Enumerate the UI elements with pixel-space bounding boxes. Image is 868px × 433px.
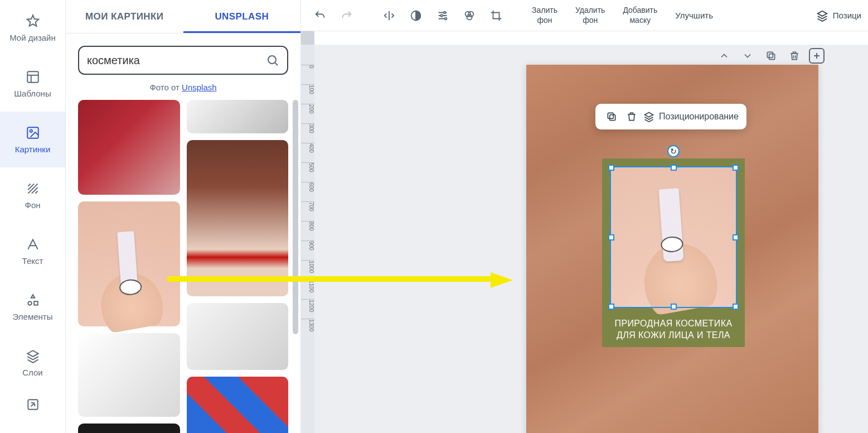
nav-elements[interactable]: Элементы [0, 279, 65, 335]
remove-bg-button[interactable]: Удалитьфон [568, 6, 613, 25]
resize-handle-t[interactable] [671, 165, 677, 171]
gallery-thumb[interactable] [78, 201, 180, 326]
canvas-area: Залитьфон Удалитьфон Добавитьмаску Улучш… [301, 0, 868, 433]
text-icon [26, 237, 40, 252]
nav-text[interactable]: Текст [0, 223, 65, 279]
svg-point-6 [268, 56, 276, 64]
search-wrap [66, 33, 300, 78]
resize-icon [26, 397, 40, 412]
trash-icon [789, 50, 800, 61]
ctx-delete-button[interactable] [623, 108, 640, 125]
add-mask-button[interactable]: Добавитьмаску [615, 6, 665, 25]
gallery-thumb[interactable] [187, 303, 289, 370]
resize-handle-r[interactable] [733, 234, 739, 240]
nav-templates[interactable]: Шаблоны [0, 56, 65, 112]
tab-unsplash[interactable]: UNSPLASH [183, 0, 301, 33]
svg-rect-15 [767, 52, 773, 57]
ruler-corner [301, 31, 314, 45]
svg-point-8 [444, 11, 446, 13]
unsplash-link[interactable]: Unsplash [182, 83, 217, 92]
colors-button[interactable] [457, 3, 482, 28]
colors-icon [463, 9, 476, 22]
nav-my-design[interactable]: Мой дизайн [0, 0, 65, 56]
nav-label: Картинки [15, 145, 51, 154]
svg-rect-1 [27, 127, 38, 138]
search-box[interactable] [78, 46, 288, 75]
nav-label: Слои [22, 368, 42, 377]
nav-label: Текст [22, 256, 43, 266]
delete-page-button[interactable] [785, 47, 803, 65]
gallery-thumb[interactable] [78, 100, 180, 195]
gallery-thumb[interactable] [78, 424, 180, 433]
ctx-positioning-button[interactable]: Позиционирование [643, 111, 739, 122]
gallery-thumb[interactable] [187, 377, 289, 433]
gallery-thumb[interactable] [187, 140, 289, 296]
svg-rect-14 [769, 54, 775, 60]
resize-handle-tl[interactable] [608, 165, 614, 171]
tab-my-images[interactable]: МОИ КАРТИНКИ [66, 0, 183, 33]
plus-icon [811, 50, 822, 61]
redo-button[interactable] [334, 3, 359, 28]
top-toolbar: Залитьфон Удалитьфон Добавитьмаску Улучш… [301, 0, 868, 31]
resize-handle-l[interactable] [608, 234, 614, 240]
add-page-button[interactable] [809, 48, 825, 64]
position-button[interactable]: Позици [816, 9, 861, 22]
crop-button[interactable] [484, 3, 508, 28]
artboard[interactable]: Позиционирование ПРИРОДНАЯ КОСМЕТИКА ДЛЯ… [526, 65, 818, 433]
search-icon [266, 54, 279, 67]
crop-icon [490, 9, 502, 22]
left-nav: Мой дизайн Шаблоны Картинки Фон Текст Эл… [0, 0, 66, 433]
layers-icon [643, 111, 654, 122]
undo-button[interactable] [308, 3, 332, 28]
gallery-thumb[interactable] [187, 100, 289, 133]
layers-icon [26, 349, 40, 363]
nav-label: Мой дизайн [9, 33, 56, 42]
rotate-handle[interactable]: ↻ [667, 145, 680, 157]
side-panel: МОИ КАРТИНКИ UNSPLASH Фото от Unsplash [66, 0, 301, 433]
sliders-icon [437, 9, 449, 22]
star-icon [26, 14, 40, 28]
page-up-button[interactable] [715, 47, 733, 65]
resize-handle-bl[interactable] [608, 304, 614, 310]
copy-icon [765, 50, 777, 61]
ruler-vertical: 0100200300400500600700800900100011001200… [301, 45, 314, 433]
image-icon [26, 126, 40, 140]
opacity-icon [410, 9, 422, 22]
stage[interactable]: Позиционирование ПРИРОДНАЯ КОСМЕТИКА ДЛЯ… [314, 45, 868, 433]
duplicate-page-button[interactable] [762, 47, 780, 65]
page-toolbar [715, 47, 825, 65]
redo-icon [341, 9, 353, 22]
nav-label: Элементы [13, 312, 53, 321]
fill-bg-button[interactable]: Залитьфон [524, 6, 565, 25]
template-icon [26, 70, 40, 84]
gallery-thumb[interactable] [78, 333, 180, 417]
flip-button[interactable] [377, 3, 401, 28]
search-input[interactable] [87, 54, 260, 67]
page-down-button[interactable] [739, 47, 757, 65]
nav-background[interactable]: Фон [0, 167, 65, 223]
svg-point-10 [445, 17, 447, 20]
svg-point-2 [30, 129, 32, 132]
flip-icon [383, 9, 395, 22]
texture-icon [26, 181, 40, 196]
resize-handle-br[interactable] [733, 304, 739, 310]
gallery-scroll[interactable] [66, 100, 300, 433]
nav-label: Фон [25, 200, 40, 210]
attribution: Фото от Unsplash [66, 78, 300, 100]
scrollbar-thumb[interactable] [293, 100, 298, 334]
layers-icon [816, 9, 828, 22]
adjust-button[interactable] [430, 3, 455, 28]
trash-icon [626, 111, 637, 122]
svg-rect-16 [610, 115, 615, 121]
nav-label: Шаблоны [14, 89, 51, 98]
resize-handle-b[interactable] [671, 304, 677, 310]
ctx-duplicate-button[interactable] [603, 108, 620, 125]
resize-handle-tr[interactable] [733, 165, 739, 171]
nav-more[interactable] [0, 391, 65, 418]
nav-images[interactable]: Картинки [0, 112, 65, 167]
opacity-button[interactable] [404, 3, 428, 28]
selected-element[interactable]: ПРИРОДНАЯ КОСМЕТИКА ДЛЯ КОЖИ ЛИЦА И ТЕЛА [602, 158, 745, 347]
enhance-button[interactable]: Улучшить [667, 11, 721, 20]
nav-layers[interactable]: Слои [0, 335, 65, 391]
caption-text: ПРИРОДНАЯ КОСМЕТИКА ДЛЯ КОЖИ ЛИЦА И ТЕЛА [602, 318, 745, 341]
